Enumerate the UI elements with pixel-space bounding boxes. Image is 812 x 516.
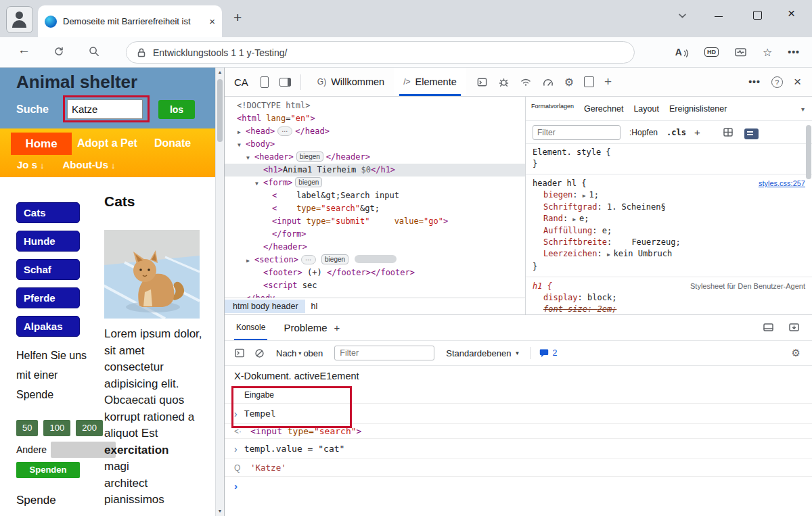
search-icon[interactable]	[88, 45, 100, 60]
tab-list-chevron-icon[interactable]	[679, 9, 686, 21]
devtools-close-icon[interactable]: ×	[794, 74, 801, 89]
refresh-button[interactable]	[53, 45, 65, 60]
elements-tree-row[interactable]: ▶<head>⋯</head>	[225, 125, 525, 138]
scroll-down-icon[interactable]: ▼	[216, 509, 224, 513]
read-aloud-icon[interactable]: A	[675, 47, 689, 57]
hover-state-toggle[interactable]: :Hopfen	[629, 128, 658, 137]
clear-console-icon[interactable]	[254, 348, 265, 358]
elements-tree-row[interactable]: ▶<section>⋯biegen	[225, 254, 525, 266]
elements-tree-row[interactable]: ▼<header>biegen</header>	[225, 151, 525, 164]
expand-dots-icon[interactable]: ⋯	[277, 126, 292, 136]
elements-tree-row[interactable]: <html lang="en">	[225, 112, 525, 125]
context-selector[interactable]: Nach ▾ oben	[276, 348, 323, 358]
add-panel-icon[interactable]: +	[604, 74, 612, 89]
twisty-icon[interactable]: ▶	[246, 254, 254, 267]
category-button[interactable]: Schaf	[16, 259, 80, 280]
dock-drawer-icon[interactable]	[763, 322, 774, 335]
favorite-star-icon[interactable]: ☆	[763, 46, 772, 59]
tab-event-listeners[interactable]: Ereignislistener	[669, 104, 727, 114]
style-property[interactable]: Schriftbreite: Feuerzeug;	[526, 237, 812, 248]
console-prompt-row[interactable]: ›	[225, 477, 812, 494]
console-command-row[interactable]: ›templ.value = "cat"	[225, 439, 812, 459]
twisty-icon[interactable]: ▶	[238, 126, 246, 139]
styles-scrollbar-thumb[interactable]	[806, 125, 811, 179]
styles-filter-input[interactable]	[533, 125, 621, 140]
elements-tree-row[interactable]: < label&gt;Search input	[225, 189, 525, 202]
log-levels-dropdown[interactable]: Standardebenen ▼	[446, 348, 520, 358]
console-message-row[interactable]: <·<input type="search">	[225, 424, 812, 439]
expand-drawer-icon[interactable]	[788, 322, 800, 335]
expand-dots-icon[interactable]: ⋯	[301, 255, 316, 264]
tab-close-icon[interactable]: ×	[209, 16, 215, 27]
breadcrumb-current[interactable]: hl	[311, 302, 318, 311]
amount-button[interactable]: 50	[16, 420, 38, 436]
twisty-icon[interactable]: ▼	[246, 151, 254, 164]
browser-menu-icon[interactable]: •••	[788, 47, 800, 57]
category-button[interactable]: Cats	[16, 202, 80, 223]
style-property[interactable]: display: block;	[526, 292, 812, 304]
rule-selector[interactable]: header hl {	[533, 177, 586, 189]
style-property[interactable]: Leerzeichen: ▶ kein Umbruch	[526, 248, 812, 260]
message-count[interactable]: 2	[539, 348, 557, 358]
elements-tree-row[interactable]: </form>	[225, 228, 525, 241]
elements-tree-row[interactable]: ▼<body>	[225, 138, 525, 151]
console-prompt-icon[interactable]: ›	[234, 480, 238, 492]
network-wifi-icon[interactable]	[520, 76, 532, 87]
category-button[interactable]: Hunde	[16, 231, 80, 252]
elements-tree-row[interactable]: </body	[225, 292, 525, 298]
scrollbar-thumb[interactable]	[217, 79, 223, 142]
console-sidebar-icon[interactable]	[234, 348, 245, 358]
tab-problems[interactable]: Probleme	[284, 322, 327, 333]
element-states-icon[interactable]	[723, 127, 734, 140]
elements-tree-row[interactable]: <!DOCTYPE html>	[225, 99, 525, 112]
donate-button[interactable]: Spenden	[16, 462, 80, 478]
debug-bug-icon[interactable]	[498, 76, 510, 88]
elements-tree-row[interactable]: <h1>Anima1 Tierheim $0</h1>	[225, 164, 525, 177]
breadcrumb-highlight[interactable]: html body header	[225, 300, 305, 313]
elements-tree-row[interactable]: <script sec	[225, 279, 525, 292]
hd-icon[interactable]: HD	[704, 47, 719, 57]
devtools-settings-icon[interactable]: ⚙	[564, 76, 574, 89]
address-url[interactable]: Entwicklungstools 1 1 y-Testing/	[153, 47, 287, 58]
window-close-button[interactable]: ×	[788, 6, 795, 21]
elements-tree-row[interactable]: </header>	[225, 241, 525, 254]
nav-item-home[interactable]: Home	[11, 133, 72, 155]
device-frame-icon[interactable]	[584, 76, 594, 87]
computed-sidebar-icon[interactable]	[744, 128, 759, 139]
stylesheet-link[interactable]: styles.css:257	[759, 179, 805, 187]
dock-side-icon[interactable]	[279, 78, 291, 87]
tab-welcome[interactable]: G) Willkommen	[308, 68, 394, 96]
new-tab-button[interactable]: +	[233, 9, 242, 26]
nav-item-donate[interactable]: Donate	[154, 137, 191, 149]
tabs-overflow-chevron-icon[interactable]: ▾	[801, 105, 805, 113]
elements-tree-row[interactable]: < type="search"&gt;	[225, 202, 525, 215]
drawer-add-tab-icon[interactable]: +	[334, 322, 340, 333]
console-drawer-icon[interactable]	[476, 76, 488, 88]
expand-arrow-icon[interactable]: ▶	[583, 193, 589, 199]
category-button[interactable]: Alpakas	[16, 316, 80, 337]
tab-styles[interactable]: Formatvorlagen	[531, 103, 574, 110]
category-button[interactable]: Pferde	[16, 287, 80, 308]
browser-essentials-icon[interactable]	[734, 46, 747, 58]
search-input[interactable]	[67, 99, 143, 119]
tab-layout[interactable]: Layout	[633, 104, 659, 114]
search-go-button[interactable]: los	[158, 100, 195, 119]
flex-badge[interactable]: biegen	[321, 254, 348, 264]
amount-button[interactable]: 100	[43, 420, 70, 436]
console-message-row[interactable]: X-Dokument. activeE1ement	[225, 366, 812, 386]
device-toolbar-icon[interactable]	[261, 76, 269, 88]
nav-item-adopt[interactable]: Adopt a Pet	[77, 137, 137, 149]
elements-tree-row[interactable]: ▼<form>biegen	[225, 177, 525, 189]
console-filter-input[interactable]	[334, 346, 434, 360]
tab-computed[interactable]: Gerechnet	[584, 104, 623, 114]
inspect-tool-label[interactable]: CA	[234, 76, 248, 88]
devtools-menu-icon[interactable]: •••	[748, 76, 761, 87]
rule-selector[interactable]: h1 {	[533, 280, 552, 292]
new-style-rule-icon[interactable]: +	[694, 126, 700, 138]
elements-tree-row[interactable]: <footer> (+) </footer></footer>	[225, 266, 525, 279]
twisty-icon[interactable]: ▼	[238, 139, 246, 151]
help-icon[interactable]: ?	[771, 76, 783, 88]
performance-gauge-icon[interactable]	[542, 76, 554, 87]
scroll-up-icon[interactable]: ▲	[216, 70, 224, 74]
style-property[interactable]: font-size: 2em;	[526, 304, 812, 314]
